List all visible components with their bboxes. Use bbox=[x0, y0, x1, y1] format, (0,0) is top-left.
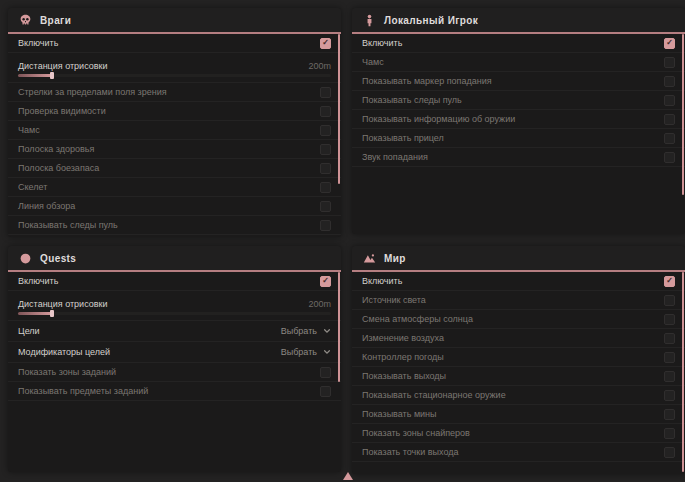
checkbox[interactable] bbox=[320, 38, 331, 49]
option-label: Включить bbox=[362, 276, 402, 286]
checkbox[interactable] bbox=[320, 106, 331, 117]
slider-track[interactable] bbox=[18, 312, 331, 315]
checkbox[interactable] bbox=[664, 38, 675, 49]
panel-title: Локальный Игрок bbox=[384, 15, 478, 26]
panel-header-enemies: Враги bbox=[8, 8, 341, 34]
option-label: Контроллер погоды bbox=[362, 352, 444, 362]
checkbox[interactable] bbox=[664, 352, 675, 363]
option-row[interactable]: Показывать следы пуль bbox=[352, 91, 685, 110]
option-row[interactable]: Стрелки за пределами поля зрения bbox=[8, 83, 341, 102]
checkbox[interactable] bbox=[664, 152, 675, 163]
option-label: Линия обзора bbox=[18, 201, 75, 211]
slider-value: 200m bbox=[308, 299, 331, 309]
option-label: Показывать прицел bbox=[362, 133, 444, 143]
option-label: Проверка видимости bbox=[18, 106, 106, 116]
option-label: Чамс bbox=[362, 57, 384, 67]
option-label: Смена атмосферы солнца bbox=[362, 314, 473, 324]
option-label: Показать зоны заданий bbox=[18, 367, 116, 377]
option-row[interactable]: Линия обзора bbox=[8, 197, 341, 216]
option-row[interactable]: Включить bbox=[8, 34, 341, 53]
option-row[interactable]: Показывать следы пуль bbox=[8, 216, 341, 235]
option-row[interactable]: Включить bbox=[352, 34, 685, 53]
slider-track[interactable] bbox=[18, 74, 331, 77]
option-row[interactable]: Скелет bbox=[8, 178, 341, 197]
dropdown-select[interactable]: Выбрать bbox=[281, 326, 331, 336]
checkbox[interactable] bbox=[664, 76, 675, 87]
slider-handle[interactable] bbox=[50, 72, 54, 79]
option-row[interactable]: Показывать маркер попадания bbox=[352, 72, 685, 91]
scrollbar-thumb[interactable] bbox=[338, 34, 340, 184]
option-label: Включить bbox=[18, 38, 58, 48]
slider-handle[interactable] bbox=[50, 310, 54, 317]
option-row[interactable]: Показывать предметы заданий bbox=[8, 382, 341, 401]
option-row[interactable]: Изменение воздуха bbox=[352, 329, 685, 348]
scrollbar-thumb[interactable] bbox=[338, 272, 340, 382]
checkbox[interactable] bbox=[320, 182, 331, 193]
checkbox[interactable] bbox=[320, 220, 331, 231]
checkbox[interactable] bbox=[320, 144, 331, 155]
checkbox[interactable] bbox=[320, 125, 331, 136]
checkbox[interactable] bbox=[664, 95, 675, 106]
option-label: Показать точки выхода bbox=[362, 447, 458, 457]
option-row[interactable]: Показать точки выхода bbox=[352, 443, 685, 462]
panel-title: Враги bbox=[40, 15, 71, 26]
checkbox[interactable] bbox=[320, 386, 331, 397]
checkbox[interactable] bbox=[664, 409, 675, 420]
slider-label-line: Дистанция отрисовки200m bbox=[18, 299, 331, 309]
option-row[interactable]: Полоска боезапаса bbox=[8, 159, 341, 178]
checkbox[interactable] bbox=[320, 163, 331, 174]
checkbox[interactable] bbox=[320, 201, 331, 212]
option-row[interactable]: Чамс bbox=[8, 121, 341, 140]
checkbox[interactable] bbox=[320, 87, 331, 98]
panel-body: ВключитьДистанция отрисовки200mЦелиВыбра… bbox=[8, 272, 341, 401]
dropdown-row[interactable]: ЦелиВыбрать bbox=[8, 321, 341, 342]
option-row[interactable]: Чамс bbox=[352, 53, 685, 72]
option-row[interactable]: Проверка видимости bbox=[8, 102, 341, 121]
slider-value: 200m bbox=[308, 61, 331, 71]
option-row[interactable]: Показывать стационарное оружие bbox=[352, 386, 685, 405]
checkbox[interactable] bbox=[664, 133, 675, 144]
option-label: Модификаторы целей bbox=[18, 347, 110, 357]
option-row[interactable]: Показывать выходы bbox=[352, 367, 685, 386]
option-label: Полоска здоровья bbox=[18, 144, 94, 154]
checkbox[interactable] bbox=[320, 276, 331, 287]
option-row[interactable]: Смена атмосферы солнца bbox=[352, 310, 685, 329]
option-row[interactable]: Включить bbox=[8, 272, 341, 291]
checkbox[interactable] bbox=[664, 390, 675, 401]
scrollbar-thumb[interactable] bbox=[682, 34, 684, 195]
option-row[interactable]: Звук попадания bbox=[352, 148, 685, 167]
option-row[interactable]: Показывать информацию об оружии bbox=[352, 110, 685, 129]
option-row[interactable]: Показывать мины bbox=[352, 405, 685, 424]
dropdown-row[interactable]: Модификаторы целейВыбрать bbox=[8, 342, 341, 363]
panel-world: МирВключитьИсточник светаСмена атмосферы… bbox=[352, 246, 685, 474]
option-label: Дистанция отрисовки bbox=[18, 299, 108, 309]
checkbox[interactable] bbox=[320, 367, 331, 378]
option-row[interactable]: Включить bbox=[352, 272, 685, 291]
checkbox[interactable] bbox=[664, 295, 675, 306]
slider-fill bbox=[18, 74, 52, 77]
option-label: Показывать выходы bbox=[362, 371, 446, 381]
checkbox[interactable] bbox=[664, 371, 675, 382]
option-row[interactable]: Контроллер погоды bbox=[352, 348, 685, 367]
checkbox[interactable] bbox=[664, 276, 675, 287]
panel-title: Мир bbox=[384, 253, 406, 264]
scrollbar-thumb[interactable] bbox=[682, 272, 684, 472]
option-label: Полоска боезапаса bbox=[18, 163, 99, 173]
option-row[interactable]: Показывать прицел bbox=[352, 129, 685, 148]
option-row[interactable]: Показать зоны заданий bbox=[8, 363, 341, 382]
option-row[interactable]: Полоска здоровья bbox=[8, 140, 341, 159]
chevron-down-icon bbox=[323, 348, 331, 356]
checkbox[interactable] bbox=[664, 428, 675, 439]
panel-header-quests: Quests bbox=[8, 246, 341, 272]
option-row[interactable]: Показать зоны снайперов bbox=[352, 424, 685, 443]
checkbox[interactable] bbox=[664, 114, 675, 125]
dropdown-select[interactable]: Выбрать bbox=[281, 347, 331, 357]
option-row[interactable]: Источник света bbox=[352, 291, 685, 310]
checkbox[interactable] bbox=[664, 57, 675, 68]
checkbox[interactable] bbox=[664, 447, 675, 458]
dropdown-value: Выбрать bbox=[281, 347, 317, 357]
chevron-down-icon bbox=[323, 327, 331, 335]
checkbox[interactable] bbox=[664, 333, 675, 344]
checkbox[interactable] bbox=[664, 314, 675, 325]
option-label: Скелет bbox=[18, 182, 47, 192]
